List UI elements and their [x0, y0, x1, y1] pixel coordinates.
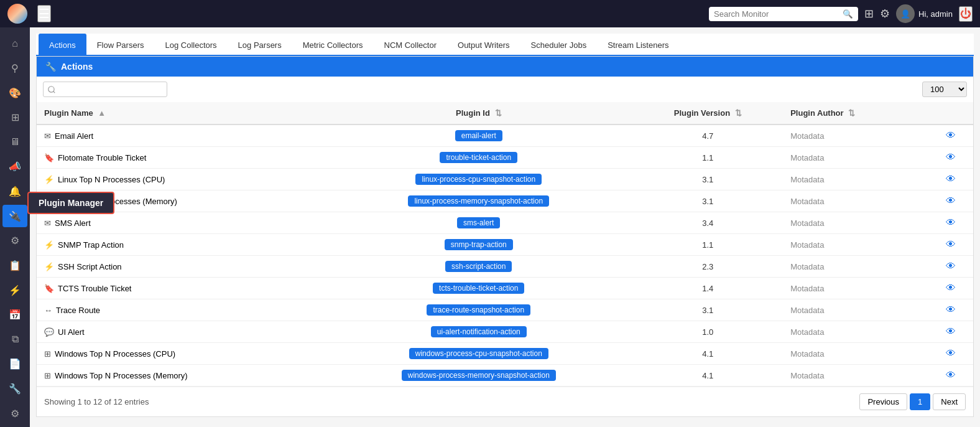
sidebar-item-settings[interactable]: ⚙	[2, 230, 27, 252]
next-button[interactable]: Next	[933, 393, 966, 410]
col-plugin-author[interactable]: Plugin Author ⇅	[783, 102, 928, 124]
plugin-name: UI Alert	[58, 327, 85, 337]
plugin-author: Motadata	[783, 147, 928, 169]
sort-name-icon: ▲	[98, 108, 106, 118]
view-plugin-button[interactable]: 👁	[946, 130, 956, 141]
plugin-id-badge: snmp-trap-action	[445, 239, 513, 250]
table-row: ⚡ Linux Top N Processes (CPU) linux-proc…	[37, 169, 973, 190]
sort-author-icon: ⇅	[848, 108, 855, 118]
tab-flow-parsers[interactable]: Flow Parsers	[86, 34, 155, 56]
sidebar-item-reports[interactable]: 📋	[2, 255, 27, 277]
plugin-row-icon: ⚡	[44, 175, 54, 184]
plugin-name: SSH Script Action	[58, 262, 122, 271]
plugin-name: Flotomate Trouble Ticket	[58, 153, 146, 162]
plugin-row-icon: ✉	[44, 218, 51, 228]
table-footer: Showing 1 to 12 of 12 entries Previous 1…	[37, 387, 973, 416]
tab-output-writers[interactable]: Output Writers	[447, 34, 520, 56]
sort-version-icon: ⇅	[735, 108, 742, 118]
plugin-author: Motadata	[783, 365, 928, 387]
table-row: 🔖 Flotomate Trouble Ticket trouble-ticke…	[37, 147, 973, 169]
tab-stream-listeners[interactable]: Stream Listeners	[597, 34, 679, 56]
table-row: ✉ Email Alert email-alert 4.7 Motadata 👁	[37, 124, 973, 147]
sidebar-item-document[interactable]: 📄	[2, 353, 27, 375]
per-page-select[interactable]: 102550100	[922, 82, 967, 97]
col-plugin-version[interactable]: Plugin Version ⇅	[632, 102, 783, 124]
plugin-id-badge: sms-alert	[457, 217, 500, 228]
col-plugin-name[interactable]: Plugin Name ▲	[37, 102, 325, 124]
settings-icon[interactable]: ⚙	[880, 7, 890, 21]
plugin-author: Motadata	[783, 343, 928, 365]
page-1-button[interactable]: 1	[910, 393, 930, 410]
plugin-version: 4.1	[632, 343, 783, 365]
view-plugin-button[interactable]: 👁	[946, 304, 956, 315]
plugin-row-icon: ⚡	[44, 262, 54, 271]
sidebar-item-plugin[interactable]: 🔌	[2, 205, 27, 227]
plugin-id-badge: windows-process-cpu-snapshot-action	[409, 348, 548, 359]
plugin-version: 4.1	[632, 365, 783, 387]
plugin-author: Motadata	[783, 321, 928, 343]
view-plugin-button[interactable]: 👁	[946, 217, 956, 228]
table-body: ✉ Email Alert email-alert 4.7 Motadata 👁…	[37, 124, 973, 387]
view-plugin-button[interactable]: 👁	[946, 326, 956, 337]
search-monitor-input[interactable]	[714, 9, 843, 19]
tab-log-parsers[interactable]: Log Parsers	[228, 34, 292, 56]
table-header: Plugin Name ▲ Plugin Id ⇅ Plugin Version…	[37, 102, 973, 124]
table-row: ✉ SMS Alert sms-alert 3.4 Motadata 👁	[37, 212, 973, 234]
search-submit-button[interactable]: 🔍	[843, 9, 853, 19]
plugin-version: 3.1	[632, 299, 783, 321]
sidebar-item-config[interactable]: ⚙	[2, 402, 27, 423]
plugin-name: TCTS Trouble Ticket	[58, 284, 131, 293]
sidebar-item-monitor[interactable]: 🖥	[2, 131, 27, 154]
view-plugin-button[interactable]: 👁	[946, 370, 956, 380]
view-plugin-button[interactable]: 👁	[946, 261, 956, 271]
sidebar-item-wrench[interactable]: 🔧	[2, 378, 27, 400]
table-row: 🔖 TCTS Trouble Ticket tcts-trouble-ticke…	[37, 278, 973, 299]
plugin-version: 1.0	[632, 321, 783, 343]
plugin-version: 1.4	[632, 278, 783, 299]
plugin-id-badge: ssh-script-action	[445, 261, 512, 272]
view-plugin-button[interactable]: 👁	[946, 239, 956, 250]
panel-header: 🔧 Actions	[37, 57, 973, 77]
view-plugin-button[interactable]: 👁	[946, 283, 956, 293]
pagination: Previous 1 Next	[859, 393, 966, 410]
table-row: 💬 UI Alert ui-alert-notification-action …	[37, 321, 973, 343]
sidebar-item-copy[interactable]: ⧉	[2, 329, 27, 351]
sidebar-item-alerts[interactable]: 📣	[2, 156, 27, 178]
plugin-author: Motadata	[783, 124, 928, 147]
col-plugin-id[interactable]: Plugin Id ⇅	[325, 102, 632, 124]
sidebar-item-home[interactable]: ⌂	[2, 32, 27, 55]
sidebar-item-calendar[interactable]: 📅	[2, 304, 27, 326]
prev-button[interactable]: Previous	[859, 393, 907, 410]
top-navbar: ☰ 🔍 ⊞ ⚙ 👤 Hi, admin ⏻	[0, 0, 980, 27]
hamburger-menu[interactable]: ☰	[37, 5, 51, 22]
tab-scheduler-jobs[interactable]: Scheduler Jobs	[520, 34, 598, 56]
plugin-id-badge: tcts-trouble-ticket-action	[433, 283, 524, 294]
app-logo	[7, 4, 27, 24]
plugin-name: Windows Top N Processes (CPU)	[55, 349, 175, 359]
plugin-row-icon: 💬	[44, 327, 54, 337]
sidebar-item-hierarchy[interactable]: ⊞	[2, 106, 27, 129]
plugin-author: Motadata	[783, 234, 928, 256]
sidebar-item-search[interactable]: ⚲	[2, 57, 27, 80]
view-plugin-button[interactable]: 👁	[946, 195, 956, 206]
sidebar-item-lightning[interactable]: ⚡	[2, 279, 27, 301]
tab-metric-collectors[interactable]: Metric Collectors	[292, 34, 374, 56]
power-button[interactable]: ⏻	[959, 6, 973, 22]
plugin-name: Windows Top N Processes (Memory)	[55, 371, 188, 380]
sidebar-item-bell[interactable]: 🔔	[2, 181, 27, 203]
plugin-row-icon: ⊞	[44, 371, 51, 380]
tab-log-collectors[interactable]: Log Collectors	[155, 34, 228, 56]
view-plugin-button[interactable]: 👁	[946, 174, 956, 184]
sidebar-item-palette[interactable]: 🎨	[2, 82, 27, 104]
grid-icon[interactable]: ⊞	[864, 7, 874, 21]
plugin-id-badge: trouble-ticket-action	[440, 152, 517, 163]
plugin-id-badge: ui-alert-notification-action	[431, 326, 527, 337]
tab-ncm-collector[interactable]: NCM Collector	[374, 34, 448, 56]
table-search-input[interactable]	[43, 82, 167, 97]
tab-actions[interactable]: Actions	[39, 34, 86, 56]
view-plugin-button[interactable]: 👁	[946, 348, 956, 359]
plugin-author: Motadata	[783, 299, 928, 321]
table-row: ⊞ Windows Top N Processes (CPU) windows-…	[37, 343, 973, 365]
view-plugin-button[interactable]: 👁	[946, 152, 956, 162]
panel-title: Actions	[61, 62, 93, 72]
